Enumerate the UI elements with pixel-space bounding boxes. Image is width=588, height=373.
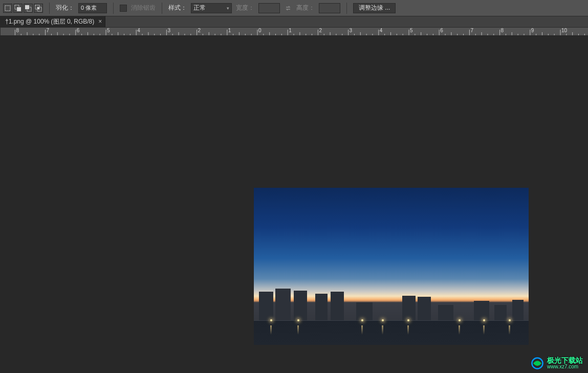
separator	[49, 3, 50, 14]
height-label: 高度：	[296, 4, 315, 12]
city-skyline	[254, 289, 529, 345]
svg-rect-0	[5, 6, 10, 11]
svg-text:8: 8	[16, 28, 19, 33]
horizontal-ruler[interactable]: 8765432101234567891011	[0, 28, 588, 36]
style-dropdown-value: 正常	[193, 4, 206, 12]
svg-text:5: 5	[107, 28, 110, 33]
watermark-logo-icon	[531, 357, 544, 370]
feather-input[interactable]	[78, 3, 107, 13]
intersect-selection-button[interactable]	[34, 4, 43, 13]
marquee-new-icon	[4, 5, 11, 12]
watermark-line2: www.xz7.com	[547, 364, 583, 370]
close-icon[interactable]: ×	[98, 18, 102, 25]
separator	[346, 3, 347, 14]
refine-edge-label: 调整边缘 ...	[359, 4, 390, 12]
document-tab-row: †1.png @ 100% (图层 0, RGB/8) ×	[0, 16, 588, 28]
antialias-label: 消除锯齿	[131, 4, 156, 12]
svg-text:6: 6	[77, 28, 80, 33]
canvas-workspace[interactable]: 极光下载站 www.xz7.com	[0, 36, 588, 373]
svg-text:2: 2	[319, 28, 322, 33]
antialias-checkbox[interactable]	[120, 5, 127, 12]
selection-mode-group	[3, 4, 43, 13]
svg-text:3: 3	[350, 28, 353, 33]
chevron-down-icon: ▾	[227, 6, 229, 11]
svg-text:7: 7	[47, 28, 50, 33]
height-input[interactable]	[319, 3, 340, 13]
swap-icon	[285, 5, 292, 12]
svg-text:7: 7	[470, 28, 473, 33]
style-label: 样式：	[168, 4, 187, 12]
add-selection-button[interactable]	[13, 4, 23, 13]
svg-rect-7	[37, 7, 39, 9]
subtract-selection-button[interactable]	[24, 4, 33, 13]
svg-text:1: 1	[228, 28, 231, 33]
marquee-sub-icon	[25, 5, 32, 12]
svg-text:10: 10	[561, 28, 568, 33]
svg-text:3: 3	[167, 28, 170, 33]
svg-text:4: 4	[137, 28, 140, 33]
swap-wh-icon[interactable]	[284, 4, 292, 12]
document-canvas[interactable]	[254, 188, 529, 345]
new-selection-button[interactable]	[3, 4, 12, 13]
svg-text:6: 6	[440, 28, 443, 33]
width-label: 宽度：	[236, 4, 254, 12]
marquee-add-icon	[14, 5, 21, 12]
svg-text:4: 4	[380, 28, 383, 33]
svg-text:5: 5	[410, 28, 413, 33]
svg-rect-2	[17, 7, 21, 11]
document-tab[interactable]: †1.png @ 100% (图层 0, RGB/8) ×	[0, 16, 105, 27]
svg-text:1: 1	[289, 28, 292, 33]
feather-label: 羽化：	[56, 4, 74, 12]
marquee-int-icon	[35, 5, 42, 12]
width-input[interactable]	[258, 3, 280, 13]
svg-text:0: 0	[258, 28, 262, 33]
watermark-line1: 极光下载站	[547, 357, 583, 364]
svg-text:8: 8	[501, 28, 504, 33]
ruler-ticks: 8765432101234567891011	[0, 28, 588, 36]
svg-text:2: 2	[198, 28, 201, 33]
refine-edge-button[interactable]: 调整边缘 ...	[353, 3, 396, 13]
svg-point-128	[532, 358, 542, 368]
svg-text:9: 9	[531, 28, 534, 33]
document-tab-title: †1.png @ 100% (图层 0, RGB/8)	[5, 17, 94, 26]
watermark: 极光下载站 www.xz7.com	[531, 357, 583, 370]
style-dropdown[interactable]: 正常 ▾	[191, 3, 232, 13]
separator	[162, 3, 162, 14]
separator	[113, 3, 114, 14]
options-bar: 羽化： 消除锯齿 样式： 正常 ▾ 宽度： 高度： 调整边缘 ...	[0, 0, 588, 16]
